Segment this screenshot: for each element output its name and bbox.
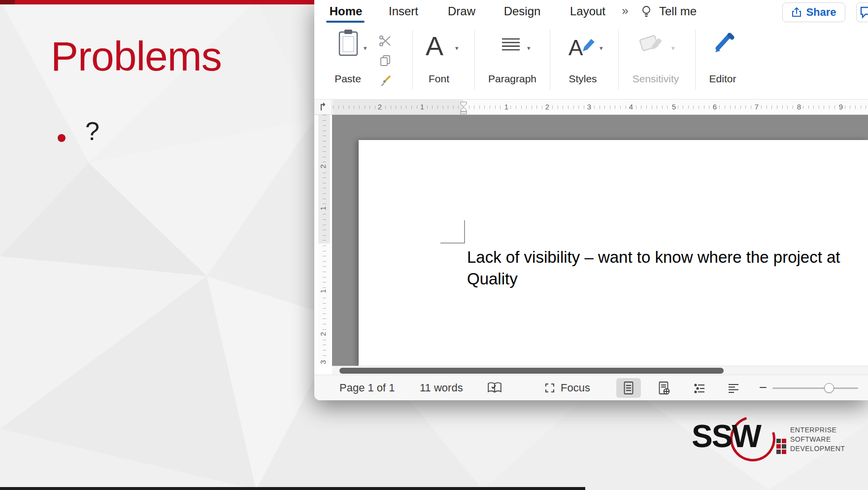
zoom-slider-track[interactable]: [772, 387, 858, 389]
ruler-number: 2: [376, 103, 383, 111]
ruler-number: 8: [796, 103, 802, 111]
ruler-row: 2 1 1 2 3 4 5 6 7 8 9: [314, 100, 868, 115]
ruler-number: 1: [319, 205, 327, 211]
print-layout-view-icon: [623, 381, 634, 395]
partial-comments-button[interactable]: [856, 2, 868, 22]
ssw-tagline: ENTERPRISE SOFTWARE DEVELOPMENT: [790, 425, 845, 454]
ruler-number: 1: [419, 103, 426, 111]
bullet-text: ?: [85, 116, 100, 146]
bullet-dot: [58, 134, 66, 142]
focus-label[interactable]: Focus: [561, 375, 590, 401]
ruler-number: 1: [503, 103, 510, 111]
ssw-tagline-line: DEVELOPMENT: [790, 444, 845, 454]
word-window: Home Insert Draw Design Layout » Tell me…: [314, 0, 868, 400]
tell-me-control[interactable]: Tell me: [659, 0, 697, 23]
document-line: Lack of visibility – want to know where …: [467, 246, 840, 268]
outline-view-icon: [694, 383, 705, 394]
ruler-number: 4: [628, 103, 634, 111]
draft-view-icon: [728, 383, 739, 394]
ruler-ticks: [333, 105, 868, 109]
ruler-ticks: [323, 115, 326, 366]
ssw-logo-text: SSW: [692, 418, 761, 455]
document-line: Quality: [467, 268, 840, 290]
spellcheck-button[interactable]: [487, 382, 502, 397]
scrollbar-thumb[interactable]: [339, 368, 724, 374]
tab-selector-icon: [319, 103, 328, 111]
document-text[interactable]: Lack of visibility – want to know where …: [467, 246, 840, 290]
tab-layout[interactable]: Layout: [568, 0, 608, 23]
screen: Problems ? SSW ENTERPRISE SOFTWARE DEVEL…: [0, 0, 868, 490]
margin-corner-mark: [440, 243, 465, 244]
status-bar: Page 1 of 1 11 words Focus −: [314, 375, 868, 400]
more-tabs-chevron[interactable]: »: [617, 0, 633, 23]
editor-pen-icon: [711, 30, 735, 57]
ruler-number: 2: [319, 163, 327, 169]
share-label: Share: [806, 6, 836, 19]
ribbon-tab-bar: Home Insert Draw Design Layout » Tell me…: [314, 0, 868, 25]
ruler-number: 3: [319, 359, 327, 365]
horizontal-scrollbar[interactable]: [332, 366, 868, 375]
ruler-number: 5: [670, 103, 677, 111]
tab-design[interactable]: Design: [502, 0, 542, 23]
outline-view-button[interactable]: [694, 383, 705, 397]
ruler-number: 9: [837, 103, 844, 111]
left-indent-marker[interactable]: [460, 107, 467, 116]
share-icon: [791, 7, 802, 18]
ribbon: ▾ Paste A ▾ Font: [314, 25, 868, 100]
ssw-logo-squares: [776, 439, 786, 454]
active-tab-underline: [326, 21, 365, 23]
ruler-number: 7: [753, 103, 760, 111]
ruler-number: 6: [711, 103, 718, 111]
lightbulb-icon: [640, 5, 652, 21]
tab-insert[interactable]: Insert: [384, 0, 423, 23]
word-count[interactable]: 11 words: [420, 375, 463, 401]
spellcheck-book-icon: [487, 382, 502, 394]
document-canvas: Lack of visibility – want to know where …: [332, 115, 868, 366]
page-count[interactable]: Page 1 of 1: [339, 375, 395, 401]
ruler-number: 3: [586, 103, 593, 111]
tab-draw[interactable]: Draw: [444, 0, 479, 23]
ssw-logo: SSW ENTERPRISE SOFTWARE DEVELOPMENT: [692, 418, 839, 472]
tab-selector[interactable]: [315, 100, 332, 114]
vertical-ruler[interactable]: 2 1 1 2 3: [318, 115, 330, 366]
bottom-edge-strip: [0, 487, 585, 490]
zoom-slider-thumb[interactable]: [824, 383, 834, 393]
focus-icon: [544, 383, 555, 393]
tab-home[interactable]: Home: [328, 0, 364, 23]
ruler-number: 1: [319, 288, 327, 294]
editor-label: Editor: [709, 73, 736, 85]
horizontal-ruler[interactable]: 2 1 1 2 3 4 5 6 7 8 9: [333, 100, 868, 114]
editor-group[interactable]: Editor: [314, 25, 868, 99]
web-layout-view-button[interactable]: [658, 381, 670, 398]
focus-toggle[interactable]: [544, 383, 555, 396]
share-button[interactable]: Share: [782, 2, 845, 22]
ruler-number: 2: [544, 103, 551, 111]
draft-view-button[interactable]: [728, 383, 739, 397]
zoom-out-button[interactable]: −: [756, 375, 770, 401]
ssw-tagline-line: SOFTWARE: [790, 435, 845, 444]
comments-icon: [860, 6, 868, 19]
ssw-tagline-line: ENTERPRISE: [790, 425, 845, 435]
ruler-number: 2: [319, 331, 327, 337]
margin-corner-mark: [464, 220, 465, 244]
web-layout-view-icon: [658, 381, 670, 395]
slide-title: Problems: [51, 33, 222, 80]
print-layout-view-button[interactable]: [616, 378, 641, 398]
document-page[interactable]: Lack of visibility – want to know where …: [359, 140, 868, 366]
